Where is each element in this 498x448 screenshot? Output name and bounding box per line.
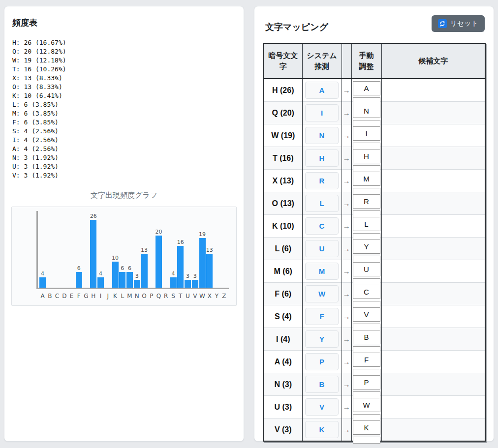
manual-adjust-input[interactable] — [353, 194, 380, 209]
bar-value-label: 13 — [141, 247, 148, 253]
manual-adjust-underbox — [353, 437, 380, 444]
system-guess-cell: U — [302, 238, 342, 260]
system-guess-button[interactable]: I — [305, 104, 339, 121]
freq-bar — [39, 277, 46, 288]
cipher-cell: K (10) — [264, 215, 302, 238]
system-guess-button[interactable]: C — [305, 217, 339, 235]
manual-adjust-input[interactable] — [353, 353, 380, 367]
candidate-cell — [381, 215, 485, 238]
manual-adjust-cell — [351, 260, 381, 283]
bar-value-label: 6 — [121, 265, 124, 271]
manual-adjust-input[interactable] — [353, 239, 380, 254]
manual-adjust-input[interactable] — [353, 149, 380, 163]
freq-bar — [199, 238, 206, 288]
freq-bar — [119, 272, 125, 288]
mapping-row: H (26)A→ — [264, 79, 485, 102]
arrow-cell: → — [342, 238, 351, 260]
system-guess-button[interactable]: A — [305, 82, 339, 99]
system-guess-button[interactable]: K — [305, 421, 339, 438]
arrow-icon: → — [343, 177, 350, 185]
arrow-cell: → — [342, 283, 351, 305]
cipher-cell: V (3) — [264, 418, 302, 442]
frequency-list: H: 26 (16.67%)Q: 20 (12.82%)W: 19 (12.18… — [12, 38, 237, 180]
manual-adjust-input[interactable] — [353, 126, 380, 141]
system-guess-button[interactable]: V — [305, 398, 339, 416]
manual-adjust-cell — [351, 147, 381, 170]
bar-value-label: 19 — [199, 231, 206, 238]
axis-letter: Y — [214, 293, 220, 299]
candidate-cell — [381, 260, 485, 283]
manual-adjust-input[interactable] — [353, 307, 380, 322]
system-guess-button[interactable]: M — [305, 263, 339, 280]
system-guess-button[interactable]: Y — [305, 330, 339, 348]
system-guess-button[interactable]: H — [305, 149, 339, 167]
system-guess-cell: W — [302, 283, 342, 305]
axis-letter: D — [61, 293, 67, 299]
header-candidates: 候補文字 — [381, 43, 485, 79]
arrow-icon: → — [343, 335, 350, 343]
bar-value-label: 3 — [186, 273, 189, 279]
system-guess-button[interactable]: R — [305, 172, 339, 189]
manual-adjust-underbox — [353, 188, 380, 195]
arrow-icon: → — [343, 222, 350, 230]
cipher-cell: A (4) — [264, 351, 302, 373]
cipher-cell: F (6) — [264, 283, 302, 305]
freq-bar-slot: 10 — [112, 255, 119, 288]
reset-button[interactable]: リセット — [432, 15, 485, 32]
freq-bar-slot: 6 — [119, 265, 125, 288]
manual-adjust-input[interactable] — [353, 104, 380, 118]
system-guess-cell: P — [302, 351, 342, 373]
axis-letter: W — [199, 293, 206, 299]
system-guess-button[interactable]: U — [305, 240, 339, 257]
mapping-row: O (13)L→ — [264, 192, 485, 215]
system-guess-button[interactable]: B — [305, 376, 339, 393]
manual-adjust-input[interactable] — [353, 81, 380, 95]
candidate-cell — [381, 192, 485, 215]
mapping-row: T (16)H→ — [264, 147, 485, 170]
manual-adjust-input[interactable] — [353, 217, 380, 231]
mapping-row: S (4)F→ — [264, 305, 485, 328]
mapping-row: F (6)W→ — [264, 283, 485, 305]
chart-x-axis-labels: ABCDEFGHIJKLMNOPQRSTUVWXYZ — [38, 293, 229, 299]
candidate-cell — [381, 305, 485, 328]
manual-adjust-input[interactable] — [353, 375, 380, 389]
bar-value-label: 3 — [193, 273, 197, 279]
frequency-line: W: 19 (12.18%) — [12, 56, 237, 65]
arrow-cell: → — [342, 305, 351, 328]
bar-value-label: 3 — [135, 273, 139, 279]
system-guess-button[interactable]: P — [305, 353, 339, 370]
system-guess-cell: H — [302, 147, 342, 170]
freq-bar-slot: 3 — [185, 273, 191, 288]
manual-adjust-input[interactable] — [353, 420, 380, 435]
system-guess-button[interactable]: W — [305, 285, 339, 302]
frequency-line: H: 26 (16.67%) — [12, 38, 237, 47]
arrow-icon: → — [343, 425, 350, 434]
manual-adjust-cell — [351, 79, 381, 102]
manual-adjust-underbox — [353, 165, 380, 172]
cipher-letter-label: A (4) — [275, 358, 292, 366]
manual-adjust-input[interactable] — [353, 172, 380, 186]
system-guess-button[interactable]: N — [305, 127, 339, 144]
system-guess-button[interactable]: F — [305, 308, 339, 325]
bar-value-label: 4 — [172, 270, 175, 277]
arrow-cell: → — [342, 170, 351, 192]
freq-bar — [192, 280, 198, 288]
candidate-cell — [381, 170, 485, 192]
freq-bar-slot: 6 — [76, 265, 82, 288]
manual-adjust-input[interactable] — [353, 330, 380, 344]
manual-adjust-underbox — [353, 346, 380, 353]
manual-adjust-input[interactable] — [353, 285, 380, 299]
manual-adjust-underbox — [353, 301, 380, 308]
manual-adjust-input[interactable] — [353, 262, 380, 276]
axis-letter: P — [148, 293, 155, 299]
cipher-letter-label: I (4) — [276, 335, 290, 343]
manual-adjust-input[interactable] — [353, 398, 380, 412]
axis-letter: J — [105, 293, 111, 299]
arrow-icon: → — [343, 154, 350, 162]
mapping-row: M (6)M→ — [264, 260, 485, 283]
arrow-cell: → — [342, 328, 351, 351]
system-guess-button[interactable]: L — [305, 195, 339, 212]
manual-adjust-cell — [351, 215, 381, 238]
bar-value-label: 26 — [90, 213, 97, 219]
cipher-cell: L (6) — [264, 238, 302, 260]
